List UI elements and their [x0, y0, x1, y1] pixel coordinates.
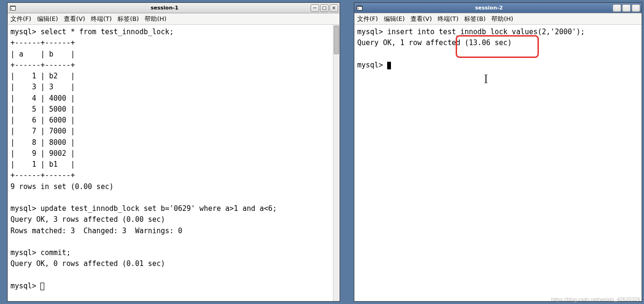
menu-terminal[interactable]: 终端(T) [91, 15, 112, 23]
scrollbar[interactable] [333, 25, 340, 301]
terminal-output[interactable]: mysql> select * from test_innodb_lock; +… [8, 25, 340, 301]
menu-file[interactable]: 文件(F) [10, 15, 31, 23]
scrollbar-thumb[interactable] [334, 26, 339, 54]
menubar: 文件(F) 编辑(E) 查看(V) 终端(T) 标签(B) 帮助(H) [8, 13, 340, 25]
close-button[interactable]: × [330, 4, 338, 12]
titlebar[interactable]: session-2 − □ × [354, 3, 642, 13]
maximize-button[interactable]: □ [320, 4, 329, 12]
menu-edit[interactable]: 编辑(E) [37, 15, 58, 23]
window-title: session-1 [19, 5, 311, 11]
menu-view[interactable]: 查看(V) [410, 15, 432, 23]
maximize-button[interactable]: □ [622, 4, 631, 12]
close-button[interactable]: × [632, 4, 640, 12]
menu-help[interactable]: 帮助(H) [491, 15, 513, 23]
terminal-output[interactable]: mysql> insert into test_innodb_lock valu… [354, 25, 642, 301]
terminal-icon [9, 4, 17, 12]
window-title: session-2 [365, 5, 613, 11]
menubar: 文件(F) 编辑(E) 查看(V) 终端(T) 标签(B) 帮助(H) [354, 13, 642, 25]
menu-file[interactable]: 文件(F) [357, 15, 378, 23]
menu-edit[interactable]: 编辑(E) [384, 15, 405, 23]
titlebar[interactable]: session-1 − □ × [8, 3, 340, 13]
menu-tabs[interactable]: 标签(B) [117, 15, 139, 23]
terminal-window-session-1: session-1 − □ × 文件(F) 编辑(E) 查看(V) 终端(T) … [7, 2, 340, 302]
terminal-icon [356, 4, 363, 12]
watermark-text: https://blog.csdn.net/weixin_42620326 [551, 296, 640, 302]
menu-view[interactable]: 查看(V) [64, 15, 85, 23]
menu-tabs[interactable]: 标签(B) [464, 15, 486, 23]
minimize-button[interactable]: − [311, 4, 319, 12]
terminal-window-session-2: session-2 − □ × 文件(F) 编辑(E) 查看(V) 终端(T) … [354, 2, 642, 302]
minimize-button[interactable]: − [613, 4, 621, 12]
menu-help[interactable]: 帮助(H) [145, 15, 166, 23]
menu-terminal[interactable]: 终端(T) [438, 15, 459, 23]
